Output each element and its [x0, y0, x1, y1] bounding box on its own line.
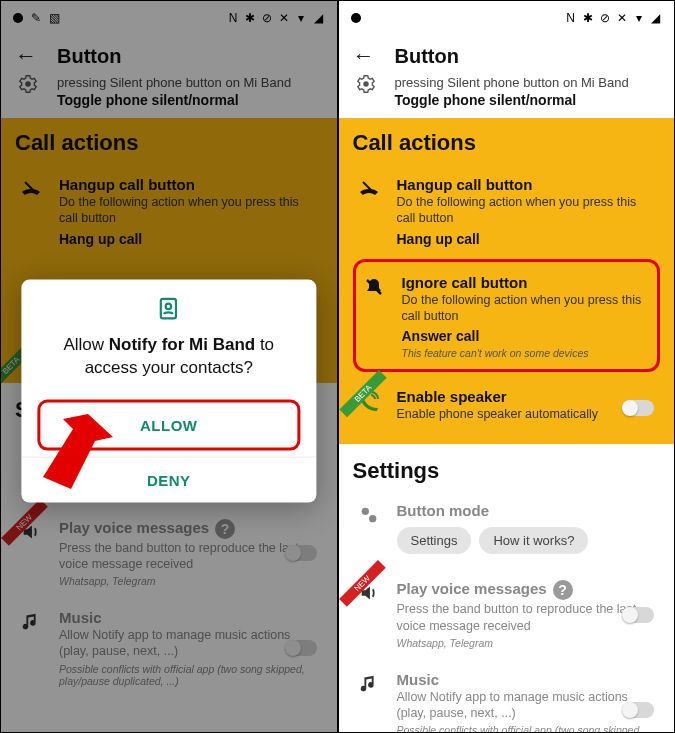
settings-section: Settings Button mode Settings How it wor…	[339, 444, 675, 733]
chip-settings[interactable]: Settings	[397, 527, 472, 554]
dialog-message: Allow Notify for Mi Band to access your …	[21, 334, 316, 394]
section-title-call: Call actions	[353, 130, 661, 156]
mode-title: Button mode	[397, 502, 659, 519]
vibrate-icon: ✕	[615, 12, 628, 25]
help-icon[interactable]: ?	[553, 580, 573, 600]
top-action: Toggle phone silent/normal	[57, 92, 323, 108]
svg-point-7	[363, 81, 369, 87]
ignore-action: Answer call	[402, 328, 654, 344]
hangup-desc: Do the following action when you press t…	[397, 194, 659, 227]
gears-icon	[355, 504, 383, 532]
music-entry[interactable]: Music Allow Notify app to manage music a…	[15, 601, 323, 695]
status-bar: ✎ ▧ N ✱ ⊘ ✕ ▾ ◢	[1, 1, 337, 35]
voice-note: Whatsapp, Telegram	[59, 575, 321, 587]
voice-entry[interactable]: NEW Play voice messages? Press the band …	[15, 511, 323, 596]
wifi-icon: ▾	[632, 12, 645, 25]
speaker-toggle[interactable]	[622, 400, 654, 416]
ignore-title: Ignore call button	[402, 274, 654, 291]
back-icon[interactable]: ←	[15, 43, 37, 69]
svg-point-0	[25, 81, 31, 87]
page-title: Button	[395, 45, 459, 68]
music-icon	[17, 611, 45, 639]
dnd-icon: ⊘	[261, 12, 274, 25]
svg-point-10	[361, 508, 368, 515]
music-note: Possible conflicts with official app (tw…	[397, 724, 659, 733]
bluetooth-icon: ✱	[581, 12, 594, 25]
speaker-title: Enable speaker	[397, 388, 659, 405]
ignore-highlight: Ignore call button Do the following acti…	[353, 259, 661, 373]
music-title: Music	[59, 609, 321, 626]
music-toggle[interactable]	[285, 640, 317, 656]
app-header: ← Button	[1, 35, 337, 75]
wifi-icon: ▾	[295, 12, 308, 25]
ignore-entry[interactable]: Ignore call button Do the following acti…	[358, 266, 656, 368]
help-icon[interactable]: ?	[215, 519, 235, 539]
music-desc: Allow Notify app to manage music actions…	[397, 689, 659, 722]
speaker-entry[interactable]: BETA Enable speaker Enable phone speaker…	[353, 380, 661, 436]
music-icon	[355, 673, 383, 701]
top-hint: pressing Silent phone button on Mi Band	[395, 75, 661, 90]
section-title-settings: Settings	[353, 458, 661, 484]
hangup-icon	[17, 178, 45, 206]
voice-title: Play voice messages?	[397, 580, 659, 600]
allow-highlight: ALLOW	[37, 399, 300, 450]
voice-note: Whatsapp, Telegram	[397, 637, 659, 649]
voice-title: Play voice messages?	[59, 519, 321, 539]
contacts-icon	[21, 296, 316, 326]
status-bar: N ✱ ⊘ ✕ ▾ ◢	[339, 1, 675, 35]
page-title: Button	[57, 45, 121, 68]
nfc-icon: N	[227, 12, 240, 25]
hangup-title: Hangup call button	[59, 176, 321, 193]
svg-point-11	[369, 515, 376, 522]
gear-icon	[355, 73, 377, 99]
brush-icon: ✎	[29, 12, 42, 25]
ignore-desc: Do the following action when you press t…	[402, 292, 654, 325]
hangup-action: Hang up call	[397, 231, 659, 247]
right-screenshot: N ✱ ⊘ ✕ ▾ ◢ ← Button pressing Silent pho…	[338, 0, 676, 733]
top-hint: pressing Silent phone button on Mi Band	[57, 75, 323, 90]
hangup-title: Hangup call button	[397, 176, 659, 193]
deny-button[interactable]: DENY	[21, 456, 316, 502]
voice-toggle[interactable]	[285, 545, 317, 561]
allow-button[interactable]: ALLOW	[40, 402, 297, 447]
button-mode-entry[interactable]: Button mode Settings How it works?	[353, 494, 661, 562]
image-icon: ▧	[48, 12, 61, 25]
music-title: Music	[397, 671, 659, 688]
music-desc: Allow Notify app to manage music actions…	[59, 627, 321, 660]
ignore-note: This feature can't work on some devices	[402, 347, 654, 359]
hangup-desc: Do the following action when you press t…	[59, 194, 321, 227]
rec-icon	[351, 13, 361, 23]
back-icon[interactable]: ←	[353, 43, 375, 69]
app-header: ← Button	[339, 35, 675, 75]
section-title-call: Call actions	[15, 130, 323, 156]
music-toggle[interactable]	[622, 702, 654, 718]
hangup-icon	[355, 178, 383, 206]
dnd-icon: ⊘	[598, 12, 611, 25]
ignore-icon	[360, 276, 388, 304]
gear-icon	[17, 73, 39, 99]
left-screenshot: ✎ ▧ N ✱ ⊘ ✕ ▾ ◢ ← Button pressing Silent…	[0, 0, 338, 733]
hangup-action: Hang up call	[59, 231, 321, 247]
voice-desc: Press the band button to reproduce the l…	[59, 540, 321, 573]
voice-entry[interactable]: NEW Play voice messages? Press the band …	[353, 572, 661, 657]
chip-howitworks[interactable]: How it works?	[479, 527, 588, 554]
rec-icon	[13, 13, 23, 23]
voice-desc: Press the band button to reproduce the l…	[397, 601, 659, 634]
music-note: Possible conflicts with official app (tw…	[59, 663, 321, 687]
hangup-entry[interactable]: Hangup call button Do the following acti…	[15, 168, 323, 255]
nfc-icon: N	[564, 12, 577, 25]
vibrate-icon: ✕	[278, 12, 291, 25]
svg-point-5	[166, 304, 171, 309]
permission-dialog: Allow Notify for Mi Band to access your …	[21, 280, 316, 503]
speaker-desc: Enable phone speaker automatically	[397, 406, 659, 422]
call-actions-section: Call actions Hangup call button Do the f…	[339, 118, 675, 444]
hangup-entry[interactable]: Hangup call button Do the following acti…	[353, 168, 661, 255]
voice-toggle[interactable]	[622, 607, 654, 623]
top-action: Toggle phone silent/normal	[395, 92, 661, 108]
bluetooth-icon: ✱	[244, 12, 257, 25]
signal-icon: ◢	[649, 12, 662, 25]
signal-icon: ◢	[312, 12, 325, 25]
music-entry[interactable]: Music Allow Notify app to manage music a…	[353, 663, 661, 733]
